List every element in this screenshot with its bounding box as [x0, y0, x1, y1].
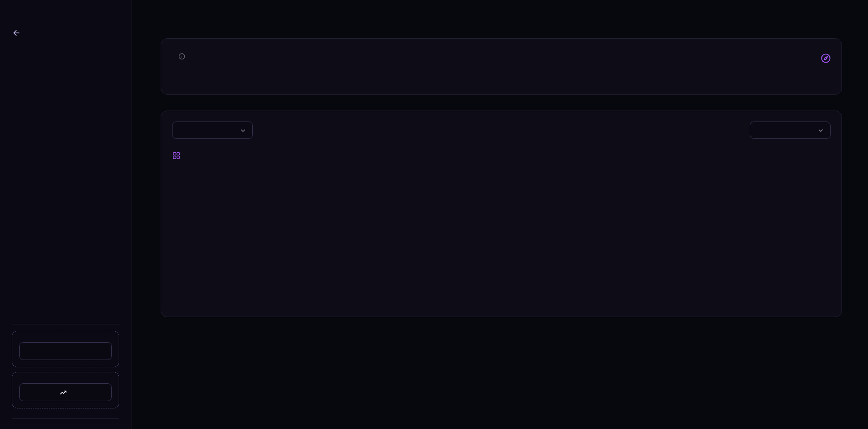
- sidebar-divider-bottom: [12, 418, 119, 419]
- chevron-down-icon: [817, 127, 824, 134]
- metric-select[interactable]: [172, 122, 253, 139]
- range-select[interactable]: [750, 122, 831, 139]
- app-root: [0, 0, 868, 429]
- info-icon[interactable]: [178, 53, 186, 60]
- add-credits-button[interactable]: [19, 342, 112, 360]
- metrics-line-chart[interactable]: [172, 162, 309, 230]
- sidebar-spacer: [12, 54, 119, 318]
- chevron-down-icon: [240, 127, 246, 134]
- upgrade-button[interactable]: [19, 383, 112, 401]
- plan-box: [12, 372, 119, 408]
- chart-card: [161, 111, 842, 317]
- sidebar: [0, 0, 131, 429]
- sidebar-divider-top: [12, 324, 119, 324]
- credits-box: [12, 331, 119, 367]
- back-to-projects-link[interactable]: [12, 28, 119, 37]
- compass-icon[interactable]: [820, 53, 831, 64]
- grid-icon: [172, 151, 181, 160]
- geo-score-card: [161, 38, 842, 95]
- main-content: [131, 0, 868, 429]
- trending-up-icon: [59, 388, 68, 397]
- arrow-left-icon: [12, 28, 21, 37]
- chart-controls: [172, 122, 831, 139]
